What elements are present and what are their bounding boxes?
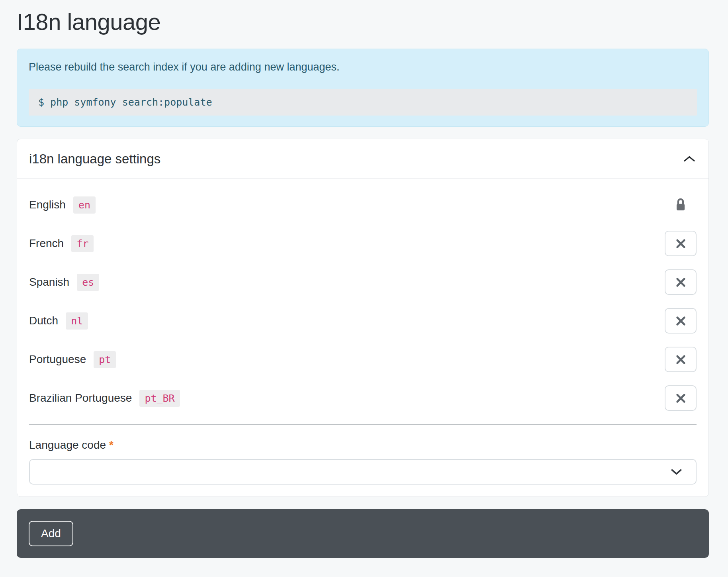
language-code-badge: pt xyxy=(94,351,116,368)
page-container: I18n language Please rebuild the search … xyxy=(0,0,728,558)
language-info: Spanish es xyxy=(29,274,99,291)
language-row: Brazilian Portuguese pt_BR xyxy=(29,385,697,411)
language-row: Portuguese pt xyxy=(29,347,697,372)
language-code-badge: pt_BR xyxy=(139,390,180,407)
remove-language-button[interactable] xyxy=(665,347,697,372)
info-banner: Please rebuild the search index if you a… xyxy=(17,49,709,127)
remove-language-button[interactable] xyxy=(665,231,697,256)
language-row: Spanish es xyxy=(29,269,697,295)
language-code-select[interactable] xyxy=(29,459,697,485)
language-name: English xyxy=(29,198,66,211)
panel-header: i18n language settings xyxy=(17,139,708,179)
section-divider xyxy=(29,424,697,425)
language-row: Dutch nl xyxy=(29,308,697,334)
language-code-label-text: Language code xyxy=(29,439,106,451)
language-row: English en xyxy=(29,192,697,218)
lock-cell xyxy=(665,198,697,212)
language-code-label: Language code* xyxy=(29,438,697,452)
language-info: Brazilian Portuguese pt_BR xyxy=(29,390,180,407)
banner-message: Please rebuild the search index if you a… xyxy=(29,60,697,75)
close-icon xyxy=(675,393,687,404)
language-settings-panel: i18n language settings English en xyxy=(17,139,709,497)
close-icon xyxy=(675,238,687,249)
close-icon xyxy=(675,277,687,288)
close-icon xyxy=(675,315,687,327)
language-name: Portuguese xyxy=(29,353,86,366)
required-asterisk: * xyxy=(109,439,114,451)
close-icon xyxy=(675,354,687,365)
language-info: Portuguese pt xyxy=(29,351,116,368)
lock-icon xyxy=(675,198,686,212)
panel-title: i18n language settings xyxy=(29,151,160,167)
language-info: Dutch nl xyxy=(29,312,88,330)
language-name: Spanish xyxy=(29,276,69,288)
chevron-up-icon xyxy=(683,155,696,163)
page-title: I18n language xyxy=(17,0,709,36)
remove-language-button[interactable] xyxy=(665,385,697,411)
language-code-badge: en xyxy=(73,196,96,214)
language-name: Dutch xyxy=(29,314,58,327)
language-code-badge: nl xyxy=(66,312,88,330)
language-name: French xyxy=(29,237,64,250)
remove-language-button[interactable] xyxy=(665,269,697,295)
collapse-panel-button[interactable] xyxy=(682,153,697,165)
language-info: English en xyxy=(29,196,96,214)
language-code-badge: fr xyxy=(71,235,94,252)
language-name: Brazilian Portuguese xyxy=(29,392,132,404)
language-list: English en French fr xyxy=(29,192,697,411)
remove-language-button[interactable] xyxy=(665,308,697,334)
chevron-down-icon xyxy=(671,469,682,475)
action-footer: Add xyxy=(17,509,709,558)
language-code-badge: es xyxy=(77,274,99,291)
language-row: French fr xyxy=(29,231,697,256)
add-button[interactable]: Add xyxy=(29,521,73,546)
command-code-block: $ php symfony search:populate xyxy=(29,89,697,116)
panel-body: English en French fr xyxy=(17,179,708,497)
language-info: French fr xyxy=(29,235,94,252)
